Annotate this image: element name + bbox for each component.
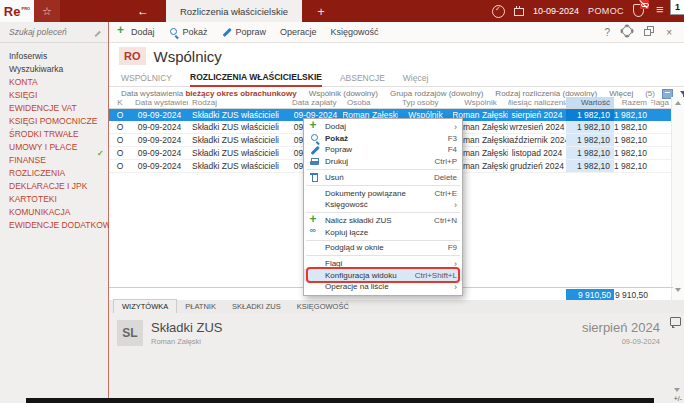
note-bubble-icon[interactable] — [670, 317, 681, 326]
cell-data-wystawienia: 09-09-2024 — [131, 134, 188, 146]
scroll-up-icon[interactable] — [675, 101, 681, 105]
new-tab-button[interactable]: + — [312, 0, 330, 22]
panel-resize-control[interactable]: +/- — [674, 395, 682, 402]
menu-item-drukuj[interactable]: DrukujCtrl+P — [304, 156, 462, 168]
tab-więcej[interactable]: Więcej — [403, 73, 429, 86]
menu-item-popraw[interactable]: PoprawF4 — [304, 144, 462, 156]
pin-icon[interactable] — [93, 28, 101, 36]
sync-check-icon[interactable] — [492, 5, 505, 18]
sidebar-item-finanse[interactable]: FINANSE — [0, 154, 108, 167]
toolbar-pokaż-button[interactable]: Pokaż — [169, 27, 208, 37]
menu-shortcut: F4 — [448, 145, 457, 154]
menu-item-flagi[interactable]: Flagi› — [304, 258, 462, 270]
menu-item-podgląd-w-oknie[interactable]: Podgląd w oknieF9 — [304, 242, 462, 254]
col-header-k[interactable]: K — [109, 97, 131, 108]
menu-item-konfiguracja-widoku[interactable]: Konfiguracja widokuCtrl+Shift+L — [304, 269, 462, 281]
col-header-typ-osoby[interactable]: Typ osoby — [398, 97, 453, 108]
toolbar-dodaj-button[interactable]: Dodaj — [117, 27, 155, 37]
tab-absencje[interactable]: ABSENCJE — [340, 73, 385, 86]
cell-flaga — [651, 134, 673, 146]
sidebar-item-konta[interactable]: KONTA — [0, 76, 108, 89]
col-header-data-zapłaty[interactable]: Data zapłaty — [288, 97, 343, 108]
menu-separator — [306, 255, 460, 256]
menu-shortcut: Ctrl+N — [434, 216, 457, 225]
toolbar-label: Operacje — [280, 27, 317, 37]
back-arrow-icon[interactable] — [132, 0, 154, 22]
bottom-tab-księgowość[interactable]: KSIĘGOWOŚĆ — [289, 300, 357, 313]
sidebar-item-deklaracje-i-jpk[interactable]: DEKLARACJE I JPK — [0, 180, 108, 193]
search-input[interactable] — [7, 26, 89, 38]
notification-badge[interactable]: 1 — [670, 0, 684, 15]
toolbar-popraw-button[interactable]: Popraw — [222, 27, 267, 37]
magnifier-icon — [310, 133, 320, 143]
menu-item-usuń[interactable]: UsuńDelete — [304, 172, 462, 184]
sidebar-item-kartoteki[interactable]: KARTOTEKI — [0, 193, 108, 206]
menu-item-kopiuj-łącze[interactable]: Kopiuj łącze — [304, 226, 462, 238]
menu-icon[interactable] — [656, 6, 666, 16]
menu-item-nalicz-składki-zus[interactable]: Nalicz składki ZUSCtrl+N — [304, 215, 462, 227]
sidebar-item-księgi[interactable]: KSIĘGI — [0, 89, 108, 102]
menu-item-pokaż[interactable]: PokażF3 — [304, 133, 462, 145]
col-header-miesiąc-naliczenia[interactable]: Miesiąc naliczenia — [508, 97, 566, 108]
menu-item-label: Kopiuj łącze — [325, 228, 457, 237]
submenu-arrow-icon: › — [454, 260, 457, 268]
toolbar-operacje-button[interactable]: Operacje — [280, 27, 317, 37]
app-logo[interactable]: RePRO — [0, 0, 34, 22]
detail-panel: SL Składki ZUS Roman Załęski sierpień 20… — [109, 313, 684, 403]
close-icon[interactable]: × — [666, 27, 672, 38]
tab-rozliczenia-właścicielskie[interactable]: ROZLICZENIA WŁAŚCICIELSKIE — [190, 72, 322, 87]
cell-razem: 1 982,10 — [614, 147, 651, 159]
bottom-tab-płatnik[interactable]: PŁATNIK — [177, 300, 224, 313]
panel-scroll-down-icon[interactable] — [674, 388, 680, 392]
menu-item-księgowość[interactable]: Księgowość› — [304, 199, 462, 211]
connection-status[interactable] — [633, 4, 644, 19]
menu-item-dokumenty-powiązane[interactable]: Dokumenty powiązaneCtrl+E — [304, 187, 462, 199]
settings-gear-icon[interactable] — [622, 26, 632, 38]
view-tabs: WSPÓLNICYROZLICZENIA WŁAŚCICIELSKIEABSEN… — [109, 70, 684, 87]
table-scrollbar[interactable] — [671, 97, 684, 300]
sidebar-item-środki-trwałe[interactable]: ŚRODKI TRWAŁE — [0, 128, 108, 141]
menu-shortcut: Ctrl+P — [435, 157, 457, 166]
col-header-razem[interactable]: Razem — [614, 97, 651, 108]
menu-shortcut: Ctrl+Shift+L — [415, 271, 457, 280]
scroll-down-icon[interactable] — [675, 288, 681, 292]
sidebar-item-komunikacja[interactable]: KOMUNIKACJA — [0, 206, 108, 219]
sidebar-item-rozliczenia[interactable]: ROZLICZENIA — [0, 167, 108, 180]
command-search[interactable] — [0, 22, 108, 43]
sidebar-item-ewidencje-dodatkowe[interactable]: EWIDENCJE DODATKOWE — [0, 219, 108, 232]
favorites-star-icon[interactable] — [34, 0, 60, 22]
trash-icon — [310, 172, 320, 182]
bottom-tab-wizytówka[interactable]: WIZYTÓWKA — [113, 299, 177, 313]
cell-miesiąc-naliczenia: sierpień 2024 — [508, 109, 566, 121]
tab-wspólnicy[interactable]: WSPÓLNICY — [121, 73, 172, 86]
menu-item-dodaj[interactable]: Dodaj› — [304, 121, 462, 133]
card-main: Składki ZUS Roman Załęski — [151, 320, 223, 346]
sidebar-item-infoserwis[interactable]: Infoserwis — [0, 50, 108, 63]
pencil-icon — [310, 145, 320, 155]
col-header-flaga[interactable]: Flaga — [651, 97, 673, 108]
help-icon[interactable]: ? — [605, 27, 611, 38]
sidebar-item-umowy-i-płace[interactable]: UMOWY I PŁACE — [0, 141, 108, 154]
open-tab[interactable]: Rozliczenia właścicielskie — [166, 0, 302, 22]
restore-window-icon[interactable] — [644, 26, 654, 38]
filter-icon[interactable] — [680, 91, 684, 96]
col-header-rodzaj[interactable]: Rodzaj — [188, 97, 288, 108]
help-menu[interactable]: POMOC — [588, 6, 624, 16]
calendar-icon[interactable] — [514, 6, 524, 16]
col-header-osoba[interactable]: Osoba — [343, 97, 398, 108]
menu-separator — [306, 212, 460, 213]
bottom-tab-składki-zus[interactable]: SKŁADKI ZUS — [224, 300, 289, 313]
sidebar-item-ewidencje-vat[interactable]: EWIDENCJE VAT — [0, 102, 108, 115]
sidebar-item-wyszukiwarka[interactable]: Wyszukiwarka — [0, 63, 108, 76]
col-header-data-wystawienia[interactable]: Data wystawienia — [131, 97, 188, 108]
toolbar-księgowość-button[interactable]: Księgowość — [331, 27, 379, 37]
menu-item-operacje-na-liście[interactable]: Operacje na liście› — [304, 281, 462, 293]
sidebar-item-księgi-pomocnicze[interactable]: KSIĘGI POMOCNICZE — [0, 115, 108, 128]
app-window: RePRO Rozliczenia właścicielskie + 10-09… — [0, 0, 684, 403]
menu-shortcut: Ctrl+E — [435, 189, 457, 198]
col-header-wartość[interactable]: Wartość — [566, 97, 614, 108]
current-date[interactable]: 10-09-2024 — [533, 6, 579, 16]
card-subtitle: Roman Załęski — [151, 337, 223, 346]
col-header-wspólnik[interactable]: Wspólnik — [453, 97, 508, 108]
cell-k: O — [109, 134, 131, 146]
